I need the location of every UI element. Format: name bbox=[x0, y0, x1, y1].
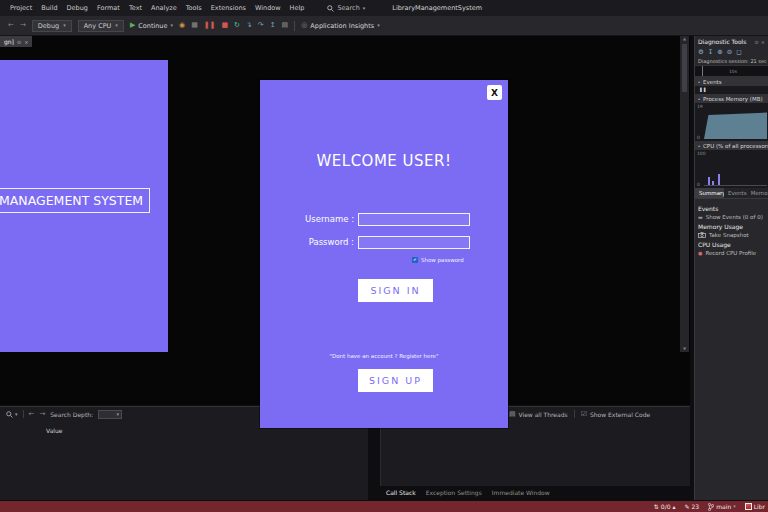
break-all-icon[interactable]: ❚❚ bbox=[204, 22, 216, 29]
designer-title-textbox[interactable]: MANAGEMENT SYSTEM bbox=[0, 188, 150, 213]
tab-exception-settings[interactable]: Exception Settings bbox=[426, 489, 482, 496]
memory-area-series bbox=[704, 109, 767, 139]
tab-close-icon[interactable]: × bbox=[24, 39, 28, 45]
scroll-down-icon[interactable]: ▼ bbox=[683, 347, 686, 351]
search-icon bbox=[327, 5, 334, 12]
menu-item-analyze[interactable]: Analyze bbox=[151, 4, 177, 12]
memory-axis-min: 0 bbox=[697, 135, 700, 140]
menu-item-build[interactable]: Build bbox=[41, 4, 57, 12]
reset-view-icon[interactable]: ◻ bbox=[736, 49, 741, 56]
username-row: Username : bbox=[260, 213, 508, 227]
list-icon[interactable]: ▤ bbox=[282, 22, 289, 29]
memory-section-label: Process Memory (MB) bbox=[703, 96, 763, 102]
menu-item-project[interactable]: Project bbox=[10, 4, 32, 12]
pin-icon[interactable]: ⊙ bbox=[17, 39, 21, 45]
navigate-back-icon[interactable]: ← bbox=[8, 22, 14, 29]
chevron-down-icon: ▾ bbox=[171, 23, 174, 28]
step-into-icon[interactable]: ↴ bbox=[246, 22, 252, 29]
show-password-option[interactable]: ✔ Show password bbox=[412, 257, 464, 263]
password-input[interactable] bbox=[358, 236, 470, 249]
tab-events[interactable]: Events bbox=[724, 188, 747, 198]
diagnostics-tab-strip: Summary Events Memo bbox=[695, 188, 768, 199]
platform-dropdown[interactable]: Any CPU ▾ bbox=[78, 20, 124, 32]
tab-immediate-window[interactable]: Immediate Window bbox=[492, 489, 550, 496]
menu-item-extensions[interactable]: Extensions bbox=[211, 4, 246, 12]
branch-icon bbox=[708, 503, 714, 511]
tab-call-stack[interactable]: Call Stack bbox=[386, 489, 416, 496]
window-grid-icon[interactable]: ▦ bbox=[191, 22, 198, 29]
restart-icon[interactable]: ↻ bbox=[234, 22, 240, 29]
chevron-down-icon: ▾ bbox=[63, 23, 66, 28]
scroll-up-icon[interactable]: ▲ bbox=[683, 37, 686, 41]
panel-search-button[interactable]: ▾ bbox=[6, 411, 18, 418]
tab-memory[interactable]: Memo bbox=[747, 188, 768, 198]
application-insights-button[interactable]: ◎ Application Insights ▾ bbox=[301, 22, 379, 30]
tab-summary[interactable]: Summary bbox=[695, 188, 724, 198]
export-icon[interactable]: ↧ bbox=[708, 49, 713, 56]
menu-item-help[interactable]: Help bbox=[290, 4, 305, 12]
menu-item-window[interactable]: Window bbox=[255, 4, 281, 12]
toolbar-separator bbox=[294, 21, 295, 31]
show-password-label: Show password bbox=[421, 257, 464, 263]
pending-changes[interactable]: ✎ 23 bbox=[685, 503, 700, 510]
view-all-threads-button[interactable]: ▤ View all Threads bbox=[509, 411, 568, 418]
chevron-down-icon: ▾ bbox=[733, 504, 736, 509]
running-app-label: Libr bbox=[754, 503, 765, 510]
pin-icon[interactable]: ⊙ bbox=[755, 39, 759, 45]
sign-up-button[interactable]: SIGN UP bbox=[358, 369, 433, 392]
cpu-section-header[interactable]: ▴ CPU (% of all processors) bbox=[695, 141, 768, 150]
stop-debug-icon[interactable]: ■ bbox=[221, 22, 228, 29]
cpu-axis-max: 100 bbox=[697, 151, 706, 156]
cpu-section-label: CPU (% of all processors) bbox=[703, 143, 768, 149]
value-column-header[interactable]: Value bbox=[46, 427, 62, 434]
chevron-down-icon: ▾ bbox=[363, 6, 366, 11]
panel-close-icon[interactable]: × bbox=[761, 39, 765, 45]
password-row: Password : bbox=[260, 236, 508, 250]
configuration-dropdown[interactable]: Debug ▾ bbox=[32, 20, 72, 32]
continue-button[interactable]: ▶ Continue ▾ bbox=[130, 22, 173, 30]
branch-selector[interactable]: main ▾ bbox=[708, 503, 736, 511]
cpu-baseline bbox=[704, 185, 767, 186]
events-section-label: Events bbox=[703, 79, 722, 85]
back-icon[interactable]: ← bbox=[29, 411, 35, 418]
play-icon: ▶ bbox=[130, 22, 135, 29]
memory-section-header[interactable]: ▴ Process Memory (MB) bbox=[695, 94, 768, 103]
register-hint[interactable]: "Dont have an account ? Register here" bbox=[260, 353, 508, 359]
document-tab[interactable]: gn] ⊙ × bbox=[0, 36, 32, 47]
username-input[interactable] bbox=[358, 213, 470, 226]
summary-tab-content: Events ▬ Show Events (0 of 0) Memory Usa… bbox=[695, 199, 768, 261]
menu-item-format[interactable]: Format bbox=[97, 4, 120, 12]
take-snapshot-button[interactable]: Take Snapshot bbox=[698, 232, 765, 238]
forward-icon[interactable]: → bbox=[39, 411, 45, 418]
login-window: X WELCOME USER! Username : Password : ✔ … bbox=[260, 80, 508, 428]
scrollbar-thumb[interactable] bbox=[682, 44, 687, 92]
navigate-forward-icon[interactable]: → bbox=[20, 22, 26, 29]
editor-vertical-scrollbar[interactable]: ▲ ▼ bbox=[680, 36, 689, 352]
search-depth-dropdown[interactable]: ▾ bbox=[98, 410, 122, 419]
window-close-button[interactable]: X bbox=[487, 85, 502, 100]
step-out-icon[interactable]: ↥ bbox=[270, 22, 276, 29]
zoom-out-icon[interactable]: ⊖ bbox=[727, 49, 732, 56]
show-events-link[interactable]: ▬ Show Events (0 of 0) bbox=[698, 214, 765, 220]
show-external-code-toggle[interactable]: ☑ Show External Code bbox=[581, 411, 651, 418]
menu-item-text[interactable]: Text bbox=[129, 4, 142, 12]
menu-item-tools[interactable]: Tools bbox=[186, 4, 202, 12]
visual-studio-window: Project Build Debug Format Text Analyze … bbox=[0, 0, 768, 512]
bottom-tab-strip: Call Stack Exception Settings Immediate … bbox=[380, 486, 556, 499]
menu-bar: Project Build Debug Format Text Analyze … bbox=[0, 0, 768, 16]
step-over-icon[interactable]: ↷ bbox=[258, 22, 264, 29]
pencil-icon: ✎ bbox=[685, 504, 690, 510]
show-password-checkbox[interactable]: ✔ bbox=[412, 257, 418, 263]
events-section-header[interactable]: ▴ Events bbox=[695, 77, 768, 86]
hot-reload-icon[interactable]: ◉ bbox=[179, 22, 185, 29]
settings-gear-icon[interactable]: ⚙ bbox=[698, 49, 704, 56]
record-cpu-button[interactable]: ● Record CPU Profile bbox=[698, 250, 765, 256]
error-counter[interactable]: ⇅ 0/0 ▴ bbox=[654, 503, 676, 510]
timeline-ruler[interactable]: 10s bbox=[695, 65, 768, 77]
platform-value: Any CPU bbox=[84, 22, 112, 30]
sign-in-button[interactable]: SIGN IN bbox=[358, 279, 433, 302]
zoom-in-icon[interactable]: ⊕ bbox=[717, 49, 722, 56]
search-box[interactable]: Search ▾ bbox=[327, 4, 365, 12]
menu-item-debug[interactable]: Debug bbox=[67, 4, 88, 12]
running-app-badge[interactable]: Libr bbox=[745, 503, 765, 510]
